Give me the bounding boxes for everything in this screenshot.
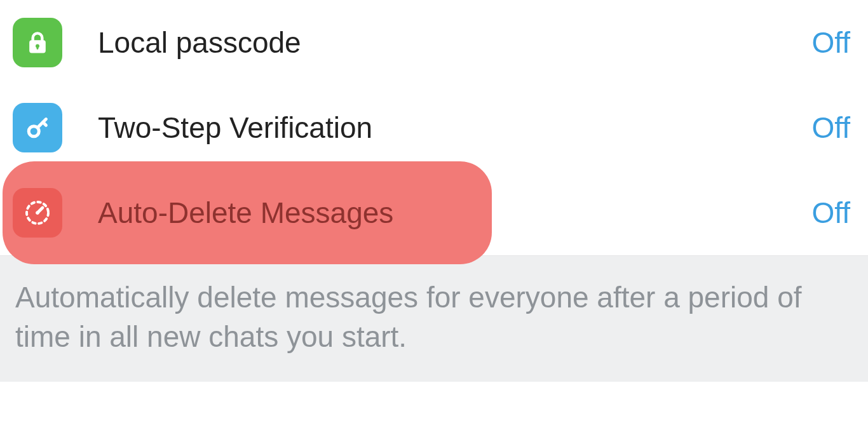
svg-rect-2 <box>37 46 39 50</box>
lock-icon <box>13 18 62 67</box>
setting-label: Local passcode <box>98 27 796 59</box>
security-settings-list: Local passcode Off Two-Step Verification… <box>0 0 868 255</box>
setting-value: Off <box>811 25 850 60</box>
timer-icon <box>13 188 62 238</box>
setting-local-passcode[interactable]: Local passcode Off <box>0 0 868 85</box>
setting-auto-delete-messages[interactable]: Auto-Delete Messages Off <box>0 170 868 255</box>
setting-label: Auto-Delete Messages <box>98 197 796 229</box>
svg-point-5 <box>36 211 39 215</box>
setting-label: Two-Step Verification <box>98 112 796 144</box>
auto-delete-description: Automatically delete messages for everyo… <box>0 255 868 382</box>
setting-value: Off <box>811 111 850 145</box>
key-icon <box>13 103 62 152</box>
setting-value: Off <box>811 196 850 230</box>
setting-two-step-verification[interactable]: Two-Step Verification Off <box>0 85 868 170</box>
